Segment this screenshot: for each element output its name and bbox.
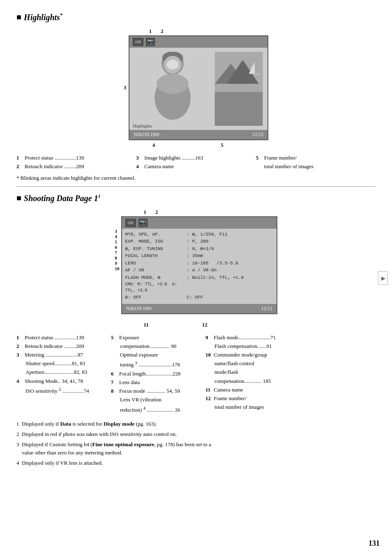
- s-label-5: 5: [115, 239, 120, 244]
- s-row-3: 3 Metering ........................87: [16, 351, 107, 359]
- page-number: 131: [369, 539, 380, 548]
- label-4: 4: [152, 142, 155, 148]
- s-row-2: 2 Retouch indicator .........209: [16, 343, 107, 350]
- s-row-12: 12 Frame number/: [205, 395, 304, 402]
- data-row-4: FOCAL LENGTH : 35mm: [125, 253, 273, 259]
- highlights-info-col1: 1 Protect status ................139 2 R…: [16, 154, 136, 171]
- left-number-labels: 3 4 5 6 7 8 9 10: [115, 216, 120, 320]
- s-row-3-sub1: Shutter speed.............81, 83: [16, 360, 107, 367]
- highlights-title: Highlights*: [24, 12, 62, 22]
- svg-point-6: [167, 60, 179, 69]
- cam-icon-photo: 📷: [146, 38, 155, 46]
- person-silhouette: [150, 52, 195, 126]
- shooting-bottom-labels: 11 12: [144, 322, 277, 328]
- highlights-info-col3: 5 Frame number/ total number of images: [256, 154, 376, 171]
- s-label-6: 6: [115, 245, 120, 250]
- shooting-header: ■ Shooting Data Page 11: [16, 193, 376, 203]
- data-row-6: AF / VR : A / VR-On: [125, 267, 273, 274]
- s-row-12-sub1: total number of images: [205, 403, 304, 411]
- shooting-col1: 1 Protect status ................139 2 R…: [16, 334, 107, 415]
- shooting-data-section: ■ Shooting Data Page 11 1 2 3 4 5 6 7 8: [16, 193, 376, 468]
- data-frame-number: 12/12: [261, 306, 272, 312]
- label-1: 1: [149, 28, 152, 35]
- frame-number-highlights: 12/12: [252, 132, 263, 138]
- s-label-9: 9: [115, 261, 120, 266]
- h-info-row-3: 3 Image highlights ..........163: [136, 154, 256, 162]
- s-row-3-sub2: Aperture......................82, 83: [16, 368, 107, 376]
- data-row-1: MTR, SPD, AP. : ⊞, 1/250, F11: [125, 231, 273, 238]
- footnote-4: 4 Displayed only if VR lens is attached.: [16, 459, 376, 468]
- data-screen-bottom-bar: NIKON D90 12/12: [122, 304, 277, 313]
- h-info-row-5-sub: total number of images: [256, 163, 376, 170]
- sidebar-bookmark: ▶: [378, 271, 388, 285]
- data-row-7: FLASH MODE, ⊞ : Built-in, TTL, +1.0: [125, 274, 273, 281]
- label-2: 2: [161, 28, 164, 35]
- data-camera-name: NIKON D90: [126, 306, 152, 312]
- data-cam-icon-on: ON: [125, 219, 136, 227]
- s-row-7: 7 Lens data: [111, 379, 201, 386]
- camera-bottom-bar-highlights: NIKON D90 12/12: [129, 130, 267, 139]
- h-info-row-4: 4 Camera name: [136, 163, 256, 170]
- top-labels: 1 2: [149, 28, 269, 35]
- data-cam-icon-photo: 📷: [138, 219, 148, 227]
- highlights-icon: ■: [16, 12, 21, 22]
- camera-screen-highlights: ON 📷: [129, 35, 268, 140]
- highlights-info-table: 1 Protect status ................139 2 R…: [16, 154, 376, 171]
- s-row-5-sub3: tuning 3 .........................178: [111, 360, 201, 369]
- svg-rect-12: [254, 73, 261, 75]
- highlights-section: ■ Highlights* 1 2 3 ON 📷: [16, 12, 376, 181]
- data-row-2: EXP. MODE, ISO : P, 200: [125, 238, 273, 245]
- s-label-2: 2: [155, 209, 158, 215]
- camera-body-highlights: Highlights: [129, 48, 267, 130]
- shooting-top-labels: 1 2: [144, 209, 277, 215]
- label-3: 3: [124, 84, 127, 91]
- s-row-4-sub1: ISO sensitivity 2 ................74: [16, 386, 107, 395]
- s-row-5: 5 Exposure: [111, 334, 201, 341]
- shooting-diagram: 1 2 3 4 5 6 7 8 9 10 ON: [16, 209, 376, 328]
- s-row-10-sub1: name/flash control: [205, 360, 304, 367]
- camera-top-bar: ON 📷: [129, 36, 267, 48]
- bottom-footnotes: 1 Displayed only if Data is selected for…: [16, 420, 376, 468]
- shooting-title: Shooting Data Page 11: [24, 193, 101, 203]
- s-row-1: 1 Protect status ................139: [16, 334, 107, 341]
- footnote-1: 1 Displayed only if Data is selected for…: [16, 420, 376, 429]
- s-row-8: 8 Focus mode .............. 54, 59: [111, 387, 201, 395]
- s-row-4: 4 Shooting Mode.. 34, 41, 78: [16, 378, 107, 385]
- s-row-6: 6 Focal length....................228: [111, 370, 201, 378]
- s-row-10: 10 Commander mode/group: [205, 351, 304, 359]
- s-row-11: 11 Camera name: [205, 386, 304, 394]
- s-label-4: 4: [115, 234, 120, 239]
- s-row-9: 9 Flash mode........................71: [205, 334, 304, 341]
- s-label-1: 1: [144, 209, 147, 215]
- svg-point-5: [157, 74, 189, 94]
- footnote-3: 3 Displayed if Custom Setting b4 (Fine t…: [16, 440, 376, 458]
- s-row-5-sub2: Optimal exposure: [111, 351, 201, 359]
- s-row-8-sub2: reduction) 4 .................... 26: [111, 405, 201, 414]
- s-label-11: 11: [144, 322, 149, 328]
- bottom-labels: 4 5: [152, 142, 269, 148]
- shooting-col2: 5 Exposure compensation .............. 9…: [111, 334, 201, 415]
- highlights-header: ■ Highlights*: [16, 12, 376, 22]
- h-info-row-5: 5 Frame number/: [256, 154, 376, 162]
- highlights-info-col2: 3 Image highlights ..........163 4 Camer…: [136, 154, 256, 171]
- shooting-icon: ■: [16, 193, 21, 203]
- s-label-8: 8: [115, 255, 120, 260]
- highlights-footnote: * Blinking areas indicate highlights for…: [16, 175, 376, 181]
- h-info-row-1: 1 Protect status ................139: [16, 154, 136, 162]
- shooting-info-table: 1 Protect status ................139 2 R…: [16, 334, 376, 415]
- landscape-right: [214, 52, 263, 126]
- footnote-2: 2 Displayed in red if photo was taken wi…: [16, 430, 376, 439]
- s-label-10: 10: [115, 266, 120, 271]
- data-row-9: B: OFF C: OFF: [125, 294, 273, 301]
- highlights-overlay-label: Highlights: [133, 123, 152, 128]
- shooting-col3: 9 Flash mode........................71 F…: [205, 334, 304, 415]
- highlights-diagram: 1 2 3 ON 📷: [16, 28, 376, 148]
- s-label-3: 3: [115, 229, 120, 234]
- cam-icon-on: ON: [133, 38, 143, 46]
- data-row-3: ⊠, EXP. TUNING : 0, ⊞+1/6: [125, 246, 273, 253]
- data-screen-body: MTR, SPD, AP. : ⊞, 1/250, F11 EXP. MODE,…: [122, 229, 277, 304]
- s-row-9-sub1: Flash compensation.......91: [205, 343, 304, 350]
- label-5: 5: [221, 142, 224, 148]
- data-screen-shooting: ON 📷 MTR, SPD, AP. : ⊞, 1/250, F11 EXP. …: [121, 216, 277, 314]
- s-row-5-sub1: compensation .............. 90: [111, 343, 201, 350]
